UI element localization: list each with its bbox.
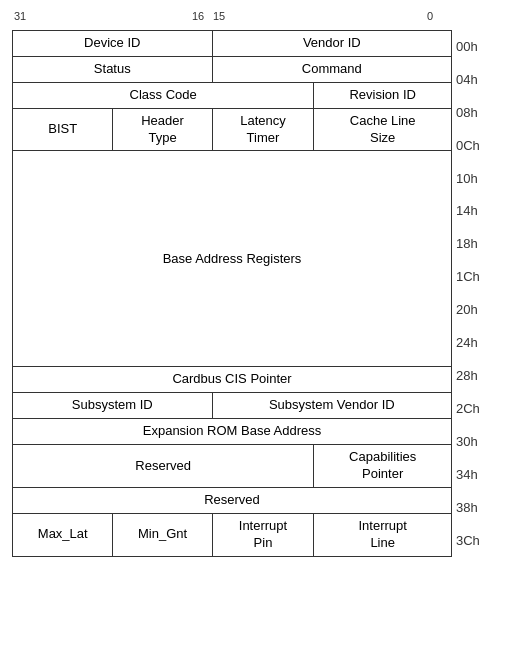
addr-20h: 20h bbox=[452, 293, 502, 326]
table-row: Expansion ROM Base Address bbox=[13, 419, 452, 445]
header-type-cell: Header Type bbox=[113, 108, 212, 151]
base-addr-cell: Base Address Registers bbox=[13, 151, 452, 367]
addr-28h: 28h bbox=[452, 359, 502, 392]
addr-10h: 10h bbox=[452, 162, 502, 195]
command-cell: Command bbox=[212, 56, 451, 82]
bit-label-15: 15 bbox=[213, 10, 225, 22]
addr-18h: 18h bbox=[452, 227, 502, 260]
addr-24h: 24h bbox=[452, 326, 502, 359]
addr-1ch: 1Ch bbox=[452, 260, 502, 293]
max-lat-cell: Max_Lat bbox=[13, 513, 113, 556]
table-row: Max_Lat Min_Gnt Interrupt Pin Interrupt … bbox=[13, 513, 452, 556]
table-area: Device ID Vendor ID Status Command Class… bbox=[12, 30, 502, 557]
table-row: Cardbus CIS Pointer bbox=[13, 367, 452, 393]
bit-label-0: 0 bbox=[427, 10, 433, 22]
class-code-cell: Class Code bbox=[13, 82, 314, 108]
addr-14h: 14h bbox=[452, 195, 502, 228]
table-row: Subsystem ID Subsystem Vendor ID bbox=[13, 393, 452, 419]
table-row: Status Command bbox=[13, 56, 452, 82]
cache-line-size-cell: Cache Line Size bbox=[314, 108, 452, 151]
table-row: BIST Header Type Latency Timer Cache Lin… bbox=[13, 108, 452, 151]
reserved-38-cell: Reserved bbox=[13, 487, 452, 513]
vendor-id-cell: Vendor ID bbox=[212, 31, 451, 57]
addr-08h: 08h bbox=[452, 96, 502, 129]
bit-label-31: 31 bbox=[14, 10, 26, 22]
capabilities-pointer-cell: Capabilities Pointer bbox=[314, 445, 452, 488]
addr-2ch: 2Ch bbox=[452, 392, 502, 425]
status-cell: Status bbox=[13, 56, 213, 82]
expansion-rom-cell: Expansion ROM Base Address bbox=[13, 419, 452, 445]
latency-timer-cell: Latency Timer bbox=[212, 108, 314, 151]
addr-34h: 34h bbox=[452, 458, 502, 491]
addr-0ch: 0Ch bbox=[452, 129, 502, 162]
interrupt-line-cell: Interrupt Line bbox=[314, 513, 452, 556]
table-row: Reserved Capabilities Pointer bbox=[13, 445, 452, 488]
address-column: 00h 04h 08h 0Ch 10h 14h 18h 1Ch 20h 24h … bbox=[452, 30, 502, 557]
bist-cell: BIST bbox=[13, 108, 113, 151]
subsystem-vendor-id-cell: Subsystem Vendor ID bbox=[212, 393, 451, 419]
addr-04h: 04h bbox=[452, 63, 502, 96]
diagram-wrapper: 31 16 15 0 Device ID Vendor ID Status Co… bbox=[12, 10, 502, 557]
bit-labels: 31 16 15 0 bbox=[12, 10, 502, 30]
subsystem-id-cell: Subsystem ID bbox=[13, 393, 213, 419]
table-row: Device ID Vendor ID bbox=[13, 31, 452, 57]
reserved-34-cell: Reserved bbox=[13, 445, 314, 488]
min-gnt-cell: Min_Gnt bbox=[113, 513, 212, 556]
table-row: Class Code Revision ID bbox=[13, 82, 452, 108]
device-id-cell: Device ID bbox=[13, 31, 213, 57]
table-row: Reserved bbox=[13, 487, 452, 513]
addr-3ch: 3Ch bbox=[452, 524, 502, 557]
bit-label-16: 16 bbox=[192, 10, 204, 22]
addr-00h: 00h bbox=[452, 30, 502, 63]
addr-38h: 38h bbox=[452, 491, 502, 524]
interrupt-pin-cell: Interrupt Pin bbox=[212, 513, 314, 556]
cardbus-cis-cell: Cardbus CIS Pointer bbox=[13, 367, 452, 393]
revision-id-cell: Revision ID bbox=[314, 82, 452, 108]
addr-30h: 30h bbox=[452, 425, 502, 458]
register-table: Device ID Vendor ID Status Command Class… bbox=[12, 30, 452, 557]
